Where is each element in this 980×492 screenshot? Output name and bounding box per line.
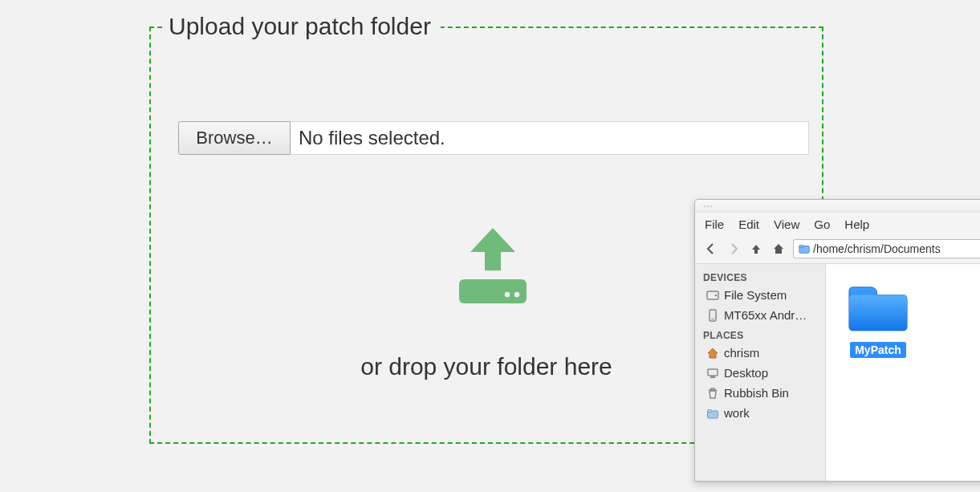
sidebar-item-trash[interactable]: Rubbish Bin bbox=[695, 383, 825, 403]
path-text: /home/chrism/Documents bbox=[813, 242, 941, 255]
sidebar-item-filesystem[interactable]: File System bbox=[695, 285, 825, 305]
svg-rect-1 bbox=[459, 279, 527, 303]
upload-legend: Upload your patch folder bbox=[162, 13, 441, 40]
sidebar-label: chrism bbox=[724, 346, 759, 360]
sidebar-item-work[interactable]: work bbox=[695, 403, 825, 423]
sidebar-label: work bbox=[724, 406, 750, 420]
svg-rect-9 bbox=[711, 319, 714, 319]
file-manager-window[interactable]: ⋯ File Edit View Go Help /home/chrism/Do… bbox=[694, 199, 980, 482]
svg-point-2 bbox=[505, 292, 510, 297]
sidebar-label: Rubbish Bin bbox=[724, 386, 789, 400]
file-input-row: Browse… No files selected. bbox=[178, 121, 809, 155]
svg-rect-13 bbox=[708, 409, 712, 412]
svg-marker-0 bbox=[470, 228, 515, 270]
nav-toolbar: /home/chrism/Documents bbox=[695, 236, 980, 264]
nav-forward-button[interactable] bbox=[726, 241, 742, 257]
folder-icon bbox=[845, 280, 911, 336]
menu-go[interactable]: Go bbox=[814, 218, 830, 231]
sidebar-heading-places: PLACES bbox=[695, 325, 825, 343]
menu-help[interactable]: Help bbox=[844, 218, 869, 231]
sidebar-item-home[interactable]: chrism bbox=[695, 343, 825, 363]
file-status-text: No files selected. bbox=[291, 121, 809, 155]
menu-view[interactable]: View bbox=[774, 218, 799, 231]
svg-rect-10 bbox=[708, 369, 718, 376]
nav-back-button[interactable] bbox=[703, 241, 719, 257]
menu-file[interactable]: File bbox=[705, 218, 724, 231]
upload-icon bbox=[453, 226, 533, 307]
fm-sidebar: DEVICES File System MT65xx Andr… PLACES … bbox=[695, 264, 826, 481]
sidebar-item-android-device[interactable]: MT65xx Andr… bbox=[695, 305, 825, 325]
sidebar-label: Desktop bbox=[724, 366, 768, 380]
fm-content-area[interactable]: MyPatch bbox=[826, 264, 980, 481]
menu-bar: File Edit View Go Help bbox=[695, 213, 980, 236]
file-manager-body: DEVICES File System MT65xx Andr… PLACES … bbox=[695, 264, 980, 481]
sidebar-item-desktop[interactable]: Desktop bbox=[695, 363, 825, 383]
menu-edit[interactable]: Edit bbox=[738, 218, 759, 231]
sidebar-label: File System bbox=[724, 288, 787, 302]
nav-up-button[interactable] bbox=[748, 241, 764, 257]
svg-rect-11 bbox=[710, 376, 715, 378]
browse-button[interactable]: Browse… bbox=[178, 121, 291, 155]
folder-label: MyPatch bbox=[850, 342, 906, 358]
sidebar-heading-devices: DEVICES bbox=[695, 267, 825, 285]
nav-home-button[interactable] bbox=[771, 241, 787, 257]
svg-point-7 bbox=[715, 294, 718, 296]
path-bar[interactable]: /home/chrism/Documents bbox=[793, 239, 980, 258]
svg-rect-5 bbox=[799, 246, 803, 248]
folder-mypatch[interactable]: MyPatch bbox=[842, 280, 914, 358]
window-titlebar[interactable]: ⋯ bbox=[695, 200, 980, 213]
svg-point-3 bbox=[514, 292, 519, 297]
sidebar-label: MT65xx Andr… bbox=[724, 308, 807, 322]
